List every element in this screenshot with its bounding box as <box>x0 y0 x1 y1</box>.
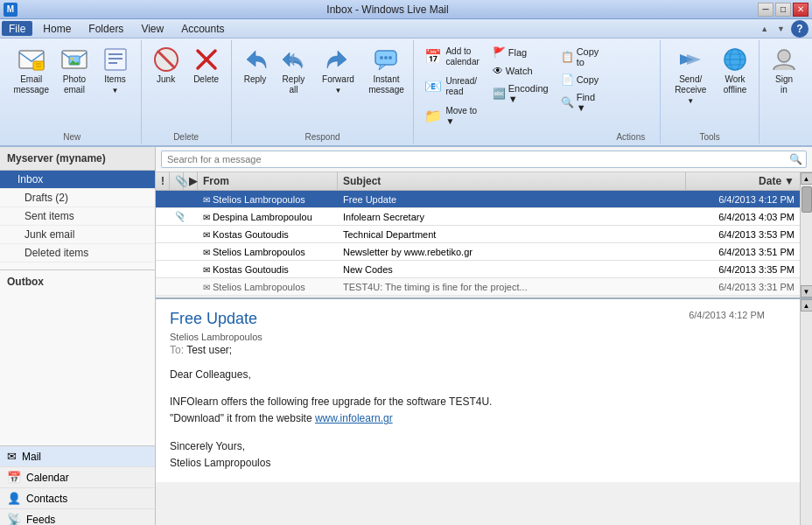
work-offline-button[interactable]: Workoffline <box>717 42 753 99</box>
svg-rect-1 <box>33 61 44 70</box>
sidebar-item-sent[interactable]: Sent items <box>0 207 155 226</box>
sidebar-item-drafts[interactable]: Drafts (2) <box>0 189 155 207</box>
add-to-calendar-button[interactable]: 📅 Add tocalendar <box>419 42 484 71</box>
send-receive-label: Send/Receive ▼ <box>671 74 710 106</box>
unread-col-5 <box>184 268 198 271</box>
preview-body-line6: Stelios Lampropoulos <box>170 455 786 472</box>
subject-col-6: TEST4U: The timing is fine for the proje… <box>338 280 686 294</box>
ribbon-group-respond: Reply Replyall Forward ▼ Instantmessage <box>232 40 415 144</box>
contacts-nav-label: Contacts <box>26 493 67 505</box>
email-row-6[interactable]: ✉Stelios Lambropoulos TEST4U: The timing… <box>156 278 800 296</box>
date-col-6: 6/4/2013 3:31 PM <box>686 280 800 294</box>
sidebar-nav-mail[interactable]: ✉ Mail <box>0 446 155 467</box>
unread-read-button[interactable]: 📧 Unread/read <box>419 72 482 101</box>
preview-link[interactable]: www.infolearn.gr <box>315 412 393 424</box>
reply-all-button[interactable]: Replyall <box>275 42 312 99</box>
search-bar: 🔍 <box>156 147 812 172</box>
email-row-2[interactable]: 📎 ✉Despina Lambropoulou Infolearn Secret… <box>156 208 800 226</box>
items-button[interactable]: Items ▼ <box>94 42 135 99</box>
delete-icon <box>192 46 220 74</box>
delete-group-label: Delete <box>147 130 226 142</box>
preview-scrollbar[interactable]: ▲ ▼ <box>800 299 812 525</box>
watch-button[interactable]: 👁 Watch <box>488 62 553 80</box>
sidebar-item-deleted[interactable]: Deleted items <box>0 244 155 262</box>
email-list-section: ! 📎 ▶ From Subject Date ▼ ✉Stelios Lambr… <box>156 172 812 299</box>
flag-button[interactable]: 🚩 Flag <box>488 44 553 61</box>
preview-scroll-up[interactable]: ▲ <box>801 299 813 312</box>
email-message-icon <box>18 46 46 74</box>
preview-to-label: To: <box>170 344 186 356</box>
instant-message-icon <box>372 46 400 74</box>
header-unread[interactable]: ▶ <box>184 172 198 190</box>
help-button[interactable]: ? <box>791 20 808 38</box>
preview-to-value: Test user; <box>186 344 232 356</box>
header-subject[interactable]: Subject <box>338 172 686 190</box>
flag-icon: 🚩 <box>493 46 506 59</box>
menu-home[interactable]: Home <box>34 19 80 38</box>
sidebar-nav-feeds[interactable]: 📡 Feeds <box>0 509 155 525</box>
items-icon <box>102 46 130 74</box>
copy-to-button[interactable]: 📋 Copy to <box>556 44 604 70</box>
new-group-label: New <box>9 130 136 142</box>
sign-in-button[interactable]: Signin <box>765 42 803 99</box>
reply-button[interactable]: Reply <box>237 42 274 88</box>
header-date[interactable]: Date ▼ <box>686 172 800 190</box>
feeds-nav-icon: 📡 <box>7 513 21 525</box>
unread-read-label: Unread/read <box>445 76 477 97</box>
ribbon-group-signin: Signin <box>760 40 808 144</box>
ribbon-collapse-down[interactable]: ▼ <box>774 23 788 35</box>
scroll-down-button[interactable]: ▼ <box>801 285 813 298</box>
watch-label: Watch <box>506 66 533 76</box>
email-row-3[interactable]: ✉Kostas Goutoudis Technical Department 6… <box>156 226 800 243</box>
close-button[interactable]: ✕ <box>793 3 808 17</box>
from-col-5: ✉Kostas Goutoudis <box>198 262 338 276</box>
menu-folders[interactable]: Folders <box>80 19 132 38</box>
header-attach[interactable]: 📎 <box>170 172 184 190</box>
attach-col-1 <box>170 198 184 201</box>
email-list-scrollbar[interactable]: ▲ ▼ <box>800 172 812 298</box>
header-from[interactable]: From <box>198 172 338 190</box>
email-row-4[interactable]: ✉Stelios Lambropoulos Newsletter by www.… <box>156 243 800 261</box>
preview-body: Dear Colleagues, INFOlearn offers the fo… <box>170 367 786 472</box>
sidebar-item-inbox[interactable]: Inbox <box>0 171 155 189</box>
unread-col-4 <box>184 250 198 254</box>
sidebar-item-junk[interactable]: Junk email <box>0 226 155 244</box>
email-row-5[interactable]: ✉Kostas Goutoudis New Codes 6/4/2013 3:3… <box>156 261 800 278</box>
menu-view[interactable]: View <box>132 19 172 38</box>
move-to-button[interactable]: 📁 Move to ▼ <box>419 102 484 130</box>
delete-button[interactable]: Delete <box>187 42 226 88</box>
find-button[interactable]: 🔍 Find ▼ <box>556 89 604 116</box>
menu-accounts[interactable]: Accounts <box>172 19 233 38</box>
scroll-thumb[interactable] <box>802 186 812 213</box>
subject-col-5: New Codes <box>338 262 686 276</box>
email-message-button[interactable]: Emailmessage <box>9 42 53 99</box>
copy-button[interactable]: 📄 Copy <box>556 71 604 88</box>
sidebar-nav-contacts[interactable]: 👤 Contacts <box>0 488 155 509</box>
photo-email-button[interactable]: Photoemail <box>55 42 93 99</box>
ribbon-group-actions: 📅 Add tocalendar 📧 Unread/read 📁 Move to… <box>414 40 661 144</box>
email-preview-content: Free Update Stelios Lambropoulos 6/4/201… <box>156 299 800 482</box>
preview-to: To: Test user; <box>170 344 786 356</box>
header-flag[interactable]: ! <box>156 172 170 190</box>
ribbon-collapse-up[interactable]: ▲ <box>758 23 771 35</box>
email-row-1[interactable]: ✉Stelios Lambropoulos Free Update 6/4/20… <box>156 191 800 208</box>
sidebar-nav-calendar[interactable]: 📅 Calendar <box>0 467 155 488</box>
forward-button[interactable]: Forward ▼ <box>313 42 362 99</box>
from-col-1: ✉Stelios Lambropoulos <box>198 192 338 206</box>
minimize-button[interactable]: ─ <box>758 3 774 17</box>
window-title: Inbox - Windows Live Mail <box>18 4 758 16</box>
copy-to-icon: 📋 <box>561 51 574 63</box>
encoding-button[interactable]: 🔤 Encoding ▼ <box>488 80 553 107</box>
send-receive-icon <box>676 46 704 74</box>
send-receive-button[interactable]: Send/Receive ▼ <box>666 42 715 109</box>
maximize-button[interactable]: □ <box>775 3 791 17</box>
scroll-up-button[interactable]: ▲ <box>801 172 813 185</box>
instant-message-button[interactable]: Instantmessage <box>365 42 409 99</box>
menu-file[interactable]: File <box>2 21 32 36</box>
email-preview: Free Update Stelios Lambropoulos 6/4/201… <box>156 299 800 525</box>
junk-button[interactable]: Junk <box>147 42 186 88</box>
search-input[interactable] <box>161 150 807 168</box>
junk-icon <box>152 46 180 74</box>
app-icon: M <box>4 3 18 17</box>
sign-in-label: Signin <box>775 74 793 95</box>
